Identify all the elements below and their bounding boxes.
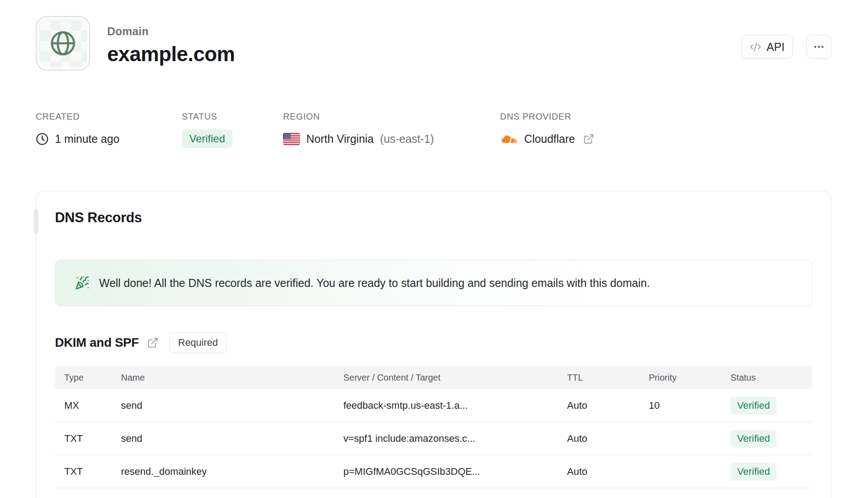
region-value: North Virginia <box>306 133 374 145</box>
record-ttl: Auto <box>567 400 649 411</box>
dns-provider-label: DNS PROVIDER <box>500 112 594 122</box>
meta-status: STATUS Verified <box>182 112 233 148</box>
us-flag-icon <box>283 133 300 145</box>
code-icon <box>750 41 761 53</box>
success-banner: Well done! All the DNS records are verif… <box>55 260 812 306</box>
dns-provider-value[interactable]: Cloudflare <box>524 133 575 145</box>
dns-records-card: DNS Records Well done! All the DNS recor… <box>36 191 831 498</box>
card-accent-bar <box>34 209 38 234</box>
column-header-name: Name <box>121 373 343 383</box>
record-status-badge: Verified <box>730 463 776 481</box>
region-code: (us-east-1) <box>380 133 434 145</box>
meta-region: REGION <box>283 112 434 148</box>
api-button-label: API <box>767 41 785 54</box>
page-header: Domain example.com <box>107 25 235 66</box>
meta-created: CREATED 1 minute ago <box>36 112 120 148</box>
status-label: STATUS <box>182 112 233 122</box>
column-header-type: Type <box>64 373 121 383</box>
meta-dns-provider: DNS PROVIDER Cloudflare <box>500 112 594 148</box>
created-value: 1 minute ago <box>55 133 120 145</box>
record-name: send <box>121 400 343 411</box>
success-banner-message: Well done! All the DNS records are verif… <box>99 277 650 290</box>
column-header-content: Server / Content / Target <box>343 373 567 383</box>
table-row[interactable]: TXT send v=spf1 include:amazonses.c... A… <box>55 422 812 455</box>
api-button[interactable]: API <box>741 35 793 59</box>
record-priority: 10 <box>649 400 730 411</box>
region-label: REGION <box>283 112 434 122</box>
column-header-status: Status <box>730 373 812 383</box>
more-options-button[interactable] <box>806 35 831 59</box>
record-type: MX <box>64 400 121 411</box>
table-row[interactable]: TXT resend._domainkey p=MIGfMA0GCSqGSIb3… <box>55 455 812 488</box>
record-ttl: Auto <box>567 466 649 477</box>
record-name: send <box>121 433 343 444</box>
globe-icon <box>48 29 78 58</box>
record-ttl: Auto <box>567 433 649 444</box>
page-header-label: Domain <box>107 25 235 38</box>
ellipsis-icon <box>814 42 824 52</box>
dkim-spf-title: DKIM and SPF <box>55 336 139 350</box>
dkim-spf-section-header: DKIM and SPF Required <box>55 332 812 353</box>
required-badge: Required <box>169 332 227 353</box>
column-header-priority: Priority <box>649 373 730 383</box>
dns-records-table: Type Name Server / Content / Target TTL … <box>55 366 812 488</box>
table-header-row: Type Name Server / Content / Target TTL … <box>55 366 812 389</box>
domain-avatar <box>36 16 90 71</box>
dns-records-title: DNS Records <box>55 208 812 227</box>
external-link-icon[interactable] <box>583 133 594 145</box>
record-name: resend._domainkey <box>121 466 343 477</box>
table-row[interactable]: MX send feedback-smtp.us-east-1.a... Aut… <box>55 389 812 422</box>
record-content: p=MIGfMA0GCSqGSIb3DQE... <box>343 466 567 477</box>
created-label: CREATED <box>36 112 120 122</box>
record-content: feedback-smtp.us-east-1.a... <box>343 400 567 411</box>
record-type: TXT <box>64 466 121 477</box>
page-title: example.com <box>107 42 235 66</box>
record-status-badge: Verified <box>730 430 776 448</box>
cloudflare-icon <box>500 132 518 145</box>
header-actions: API <box>741 35 831 59</box>
record-status-badge: Verified <box>730 397 776 415</box>
party-popper-icon <box>75 276 89 290</box>
status-badge: Verified <box>182 129 233 148</box>
clock-icon <box>36 133 49 145</box>
record-content: v=spf1 include:amazonses.c... <box>343 433 567 444</box>
external-link-icon[interactable] <box>147 337 159 349</box>
record-type: TXT <box>64 433 121 444</box>
column-header-ttl: TTL <box>567 373 649 383</box>
